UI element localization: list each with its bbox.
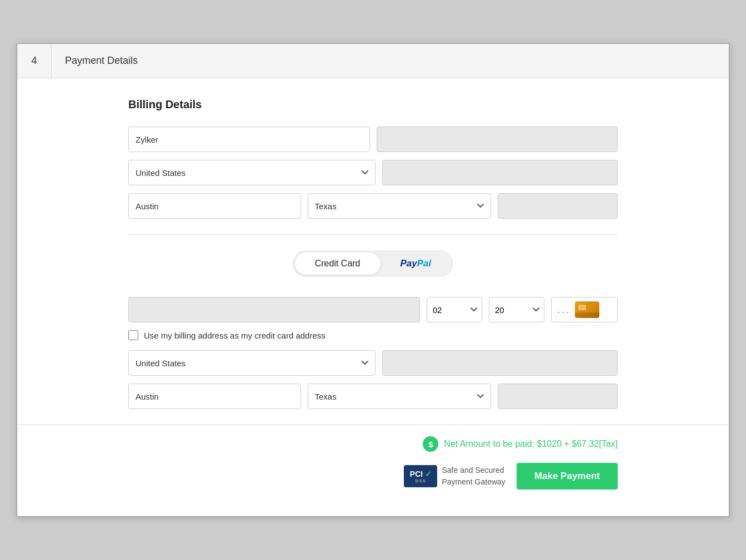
dollar-icon: $ [423,436,438,452]
card-number-input[interactable] [128,297,420,322]
content-area: Billing Details United States Canada Uni… [17,78,729,409]
use-billing-address-label: Use my billing address as my credit card… [144,331,326,340]
billing-last-name[interactable] [377,127,618,152]
paypal-tab[interactable]: PayPal [380,253,452,275]
cc-city-state-zip-row: Texas California New York [128,384,618,409]
cc-city[interactable] [128,384,301,409]
cc-zip[interactable] [498,384,618,409]
billing-name-row [128,127,618,152]
gateway-line2: Payment Gateway [442,476,505,488]
billing-state-select[interactable]: Texas California New York [308,193,492,219]
cc-country-select[interactable]: United States Canada United Kingdom [128,350,375,376]
billing-country-address-row: United States Canada United Kingdom [128,160,618,185]
gateway-text: Safe and Secured Payment Gateway [442,465,505,488]
pci-logo-inner: PCI ✓ DSS [410,470,432,483]
page-title: Payment Details [52,44,151,78]
pci-label: PCI [410,470,423,478]
use-billing-address-checkbox[interactable] [128,330,138,340]
billing-first-name[interactable] [128,127,370,152]
pci-text-row: PCI ✓ [410,470,432,478]
pci-logo: PCI ✓ DSS [404,465,437,487]
cc-address[interactable] [382,350,618,376]
section-divider-1 [128,234,618,235]
net-amount-row: $ Net Amount to be paid: $1020 + $67.32[… [128,436,618,452]
card-cvv-wrap: ... [551,297,618,322]
make-payment-button[interactable]: Make Payment [517,463,618,490]
gateway-line1: Safe and Secured [442,465,505,476]
footer-section: $ Net Amount to be paid: $1020 + $67.32[… [17,425,729,516]
payment-method-toggle: Credit Card PayPal [128,250,618,277]
billing-city[interactable] [128,193,301,219]
billing-city-state-zip-row: Texas California New York [128,193,618,219]
card-type-icon [575,301,599,318]
page-header: 4 Payment Details [17,44,729,78]
pci-check: ✓ [425,470,432,478]
payment-window: 4 Payment Details Billing Details United… [17,43,729,517]
billing-address[interactable] [382,160,618,185]
paypal-pal-text: Pal [417,258,432,269]
card-month-select[interactable]: 02 01 03 04 05 06 07 08 09 10 11 12 [427,297,482,322]
billing-address-checkbox-row: Use my billing address as my credit card… [128,330,618,340]
cc-country-address-row: United States Canada United Kingdom [128,350,618,376]
pci-badge: PCI ✓ DSS Safe and Secured Payment Gatew… [404,465,505,488]
footer-bottom: PCI ✓ DSS Safe and Secured Payment Gatew… [128,463,618,505]
toggle-group: Credit Card PayPal [293,250,454,277]
billing-section-title: Billing Details [128,98,618,111]
paypal-pay-text: Pay [400,258,417,269]
cvv-dots: ... [557,304,570,316]
card-details-row: 02 01 03 04 05 06 07 08 09 10 11 12 20 2… [128,297,618,322]
dss-label: DSS [415,478,426,483]
cc-state-select[interactable]: Texas California New York [308,384,492,409]
credit-card-tab[interactable]: Credit Card [295,253,380,275]
step-number: 4 [17,44,52,78]
billing-country-select[interactable]: United States Canada United Kingdom [128,160,375,185]
net-amount-text: Net Amount to be paid: $1020 + $67.32[Ta… [444,439,618,449]
billing-zip[interactable] [498,193,618,219]
card-year-select[interactable]: 20 21 22 23 24 25 [489,297,544,322]
